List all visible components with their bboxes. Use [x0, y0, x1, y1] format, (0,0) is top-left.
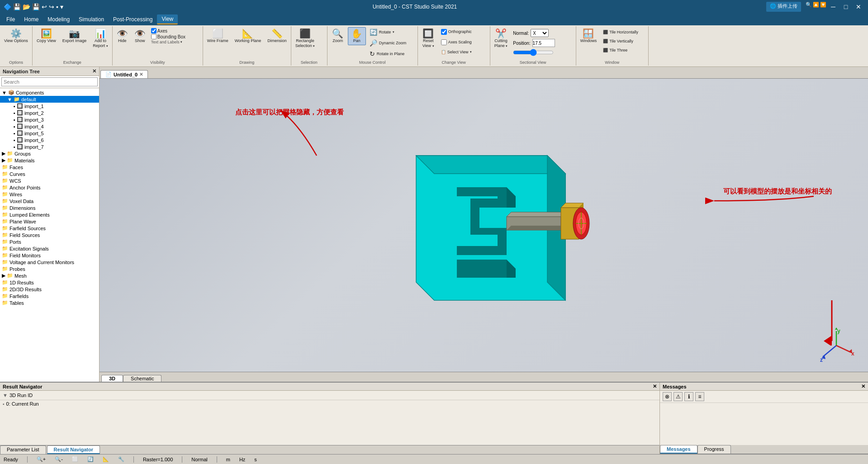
viewport-canvas[interactable]: 点击这里可以把网格隐藏，方便查看 可以看到模型的摆放是和坐标相关的	[100, 79, 868, 382]
tree-item-materials[interactable]: ▶ 📁 Materials	[0, 157, 99, 164]
tree-item-import4[interactable]: ▪ 🔲 import_4	[0, 123, 99, 130]
tree-item-2d3d-results[interactable]: 📁 2D/3D Results	[0, 286, 99, 293]
minimize-button[interactable]: ─	[827, 2, 839, 12]
result-nav-close-icon[interactable]: ✕	[653, 384, 657, 389]
status-icon-6[interactable]: 🔧	[118, 456, 124, 462]
tree-item-import7[interactable]: ▪ 🔲 import_7	[0, 143, 99, 150]
menu-modeling[interactable]: Modeling	[43, 15, 74, 24]
wire-frame-button[interactable]: ⬜ Wire Frame	[204, 27, 231, 45]
menu-simulation[interactable]: Simulation	[74, 15, 109, 24]
tree-item-voltage-current-monitors[interactable]: 📁 Voltage and Current Monitors	[0, 259, 99, 265]
windows-button[interactable]: 🪟 Windows	[578, 27, 600, 45]
dynamic-zoom-button[interactable]: 🔎 Dynamic Zoom	[367, 38, 409, 48]
zoom-in-icon[interactable]: 🔍+	[37, 456, 46, 462]
view-options-button[interactable]: ⚙️ View Options	[1, 27, 31, 45]
msg-tab-messages[interactable]: Messages	[660, 445, 697, 454]
tree-item-field-sources[interactable]: 📁 Field Sources	[0, 232, 99, 238]
messages-close-icon[interactable]: ✕	[861, 384, 865, 389]
hide-button[interactable]: 👁️ Hide	[114, 27, 131, 45]
tree-item-curves[interactable]: 📁 Curves	[0, 170, 99, 177]
save2-icon[interactable]: 💾	[32, 3, 40, 10]
cutting-plane-button[interactable]: ✂️ CuttingPlane ▾	[492, 27, 511, 50]
copy-view-button[interactable]: 🖼️ Copy View	[34, 27, 59, 45]
search-input[interactable]	[1, 77, 98, 86]
reset-view-button[interactable]: 🔲 ResetView ▾	[419, 27, 437, 50]
qa-extra2-icon[interactable]: ▾	[60, 3, 63, 10]
tree-item-import6[interactable]: ▪ 🔲 import_6	[0, 137, 99, 143]
tree-item-voxel-data[interactable]: 📁 Voxel Data	[0, 198, 99, 204]
rotate-in-plane-button[interactable]: ↻ Rotate in Plane	[367, 49, 409, 59]
tree-item-anchor-points[interactable]: 📁 Anchor Points	[0, 184, 99, 191]
rotate-button[interactable]: 🔄 Rotate ▾	[367, 27, 409, 38]
tab-parameter-list[interactable]: Parameter List	[0, 445, 46, 454]
zoom-out-icon[interactable]: 🔍-	[55, 456, 63, 462]
export-image-button[interactable]: 📷 Export Image	[60, 27, 90, 45]
position-slider[interactable]	[513, 49, 554, 56]
tree-item-components[interactable]: ▼ 📦 Components	[0, 89, 99, 96]
tree-item-ports[interactable]: 📁 Ports	[0, 238, 99, 245]
tree-item-import3[interactable]: ▪ 🔲 import_3	[0, 116, 99, 123]
result-item-0[interactable]: ▪ 0: Current Run	[0, 400, 659, 407]
msg-info-button[interactable]: ℹ	[684, 392, 693, 401]
axes-check[interactable]: Axes	[151, 28, 185, 33]
position-input[interactable]	[532, 39, 555, 47]
tab-3d[interactable]: 3D	[101, 375, 123, 382]
undo-icon[interactable]: ↩	[42, 3, 47, 10]
tree-item-farfield-sources[interactable]: 📁 Farfield Sources	[0, 225, 99, 232]
qa-extra1-icon[interactable]: ▪	[56, 3, 58, 10]
show-button[interactable]: 👁️ Show	[132, 27, 148, 45]
bounding-box-check[interactable]: Bounding Box	[151, 34, 185, 39]
tree-item-probes[interactable]: 📁 Probes	[0, 265, 99, 272]
open-icon[interactable]: 📂	[23, 3, 30, 10]
pan-button[interactable]: ✋ Pan	[348, 27, 366, 45]
tree-item-faces[interactable]: 📁 Faces	[0, 164, 99, 170]
add-to-report-button[interactable]: 📊 Add toReport ▾	[90, 27, 111, 50]
translate-btn[interactable]: 🌐 插件上传	[766, 2, 801, 12]
tree-item-wires[interactable]: 📁 Wires	[0, 191, 99, 198]
tab-schematic[interactable]: Schematic	[123, 375, 161, 382]
save-icon[interactable]: 💾	[13, 3, 21, 10]
msg-warning-button[interactable]: ⚠	[674, 392, 683, 401]
tile-horizontally-button[interactable]: ⬛ Tile Horizontally	[600, 28, 641, 37]
maximize-button[interactable]: □	[840, 2, 852, 12]
select-view-button[interactable]: 📋 Select View ▾	[438, 48, 474, 57]
status-icon-4[interactable]: 🔄	[87, 456, 94, 462]
menu-home[interactable]: Home	[19, 15, 43, 24]
working-plane-button[interactable]: 📐 Working Plane	[232, 27, 264, 45]
rectangle-selection-button[interactable]: ⬛ RectangleSelection ▾	[293, 27, 318, 50]
tab-result-navigator[interactable]: Result Navigator	[47, 445, 100, 454]
redo-icon[interactable]: ↪	[49, 3, 54, 10]
tree-item-import5[interactable]: ▪ 🔲 import_5	[0, 130, 99, 137]
msg-tab-progress[interactable]: Progress	[697, 445, 731, 454]
tree-item-dimensions[interactable]: 📁 Dimensions	[0, 204, 99, 211]
zoom-button[interactable]: 🔍 Zoom	[329, 27, 347, 45]
tile-vertically-button[interactable]: ⬛ Tile Vertically	[600, 37, 641, 46]
status-icon-5[interactable]: 📐	[103, 456, 109, 462]
menu-post-processing[interactable]: Post-Processing	[109, 15, 157, 24]
menu-view[interactable]: View	[157, 14, 178, 24]
tree-item-excitation-signals[interactable]: 📁 Excitation Signals	[0, 245, 99, 252]
dimension-button[interactable]: 📏 Dimension	[265, 27, 289, 45]
tree-item-1d-results[interactable]: 📁 1D Results	[0, 279, 99, 286]
tree-item-import1[interactable]: ▪ 🔲 import_1	[0, 103, 99, 109]
tab-close-icon[interactable]: ✕	[139, 72, 143, 77]
tree-item-lumped-elements[interactable]: 📁 Lumped Elements	[0, 211, 99, 218]
search-icon[interactable]: 🔍	[806, 2, 812, 12]
orthographic-button[interactable]: Orthographic	[438, 27, 474, 37]
msg-clear-button[interactable]: ⊗	[663, 392, 672, 401]
axes-scaling-button[interactable]: Axes Scaling	[438, 38, 474, 47]
chevron-up-icon[interactable]: 🔼	[813, 2, 819, 12]
tree-item-tables[interactable]: 📁 Tables	[0, 299, 99, 306]
tree-item-mesh[interactable]: ▶ 📁 Mesh	[0, 272, 99, 279]
normal-select[interactable]: XYZ	[531, 29, 549, 37]
tree-item-groups[interactable]: ▶ 📁 Groups	[0, 150, 99, 157]
nav-tree-close-icon[interactable]: ✕	[92, 68, 96, 74]
tree-item-import2[interactable]: ▪ 🔲 import_2	[0, 109, 99, 116]
tree-item-default[interactable]: ▼ 📁 default	[0, 96, 99, 103]
menu-file[interactable]: File	[2, 15, 19, 24]
viewport-tab-main[interactable]: 📄 Untitled_0 ✕	[100, 70, 148, 78]
tree-item-farfields[interactable]: 📁 Farfields	[0, 293, 99, 299]
chevron-down-icon[interactable]: 🔽	[820, 2, 826, 12]
msg-list-button[interactable]: ≡	[695, 392, 704, 401]
close-button[interactable]: ✕	[853, 2, 864, 12]
